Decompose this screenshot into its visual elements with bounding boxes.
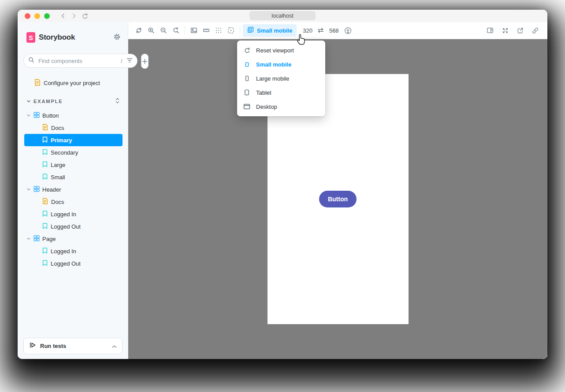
back-icon[interactable]	[59, 12, 67, 19]
sidebar-item-page[interactable]: Page	[18, 233, 128, 245]
chevron-up-icon[interactable]	[112, 342, 117, 350]
gear-icon[interactable]	[113, 33, 121, 42]
reset-viewport-icon	[243, 47, 250, 54]
sidebar-explorer: Configure your project EXAMPLE Button	[18, 69, 128, 333]
fullscreen-icon[interactable]	[499, 24, 511, 37]
brand-title: Storybook	[39, 33, 75, 42]
sidebar-item-header-loggedin[interactable]: Logged In	[18, 208, 128, 220]
menu-item-desktop[interactable]: Desktop	[237, 100, 325, 114]
search-icon	[28, 57, 34, 65]
preview-canvas: Button	[128, 39, 547, 359]
open-new-tab-icon[interactable]	[514, 24, 526, 37]
storybook-logo[interactable]: S Storybook	[26, 32, 113, 43]
sidebar-item-header-docs[interactable]: Docs	[18, 196, 128, 208]
sidebar: S Storybook /	[18, 22, 128, 359]
viewport-menu: Reset viewport Small mobile Large mobile…	[237, 41, 325, 116]
menu-item-small-mobile[interactable]: Small mobile	[237, 57, 325, 71]
chevron-down-icon[interactable]	[26, 186, 31, 193]
component-icon	[33, 235, 40, 243]
search-field[interactable]: /	[23, 54, 138, 68]
outline-icon[interactable]	[225, 24, 237, 37]
menu-item-reset-viewport[interactable]: Reset viewport	[237, 43, 325, 57]
menu-item-large-mobile[interactable]: Large mobile	[237, 71, 325, 85]
storybook-logo-icon: S	[26, 32, 35, 43]
document-icon	[42, 124, 48, 132]
viewport-selector-button[interactable]: Small mobile	[243, 24, 297, 37]
close-button[interactable]	[25, 13, 30, 19]
menu-item-tablet[interactable]: Tablet	[237, 85, 325, 100]
filter-icon[interactable]	[126, 57, 133, 65]
browser-window: localhost S Storybook /	[18, 10, 547, 359]
create-story-button[interactable]	[141, 54, 149, 69]
sidebar-item-page-loggedout[interactable]: Logged Out	[18, 257, 128, 270]
search-input[interactable]	[37, 57, 117, 65]
sidebar-item-button-secondary[interactable]: Secondary	[18, 146, 128, 159]
swap-dimensions-icon[interactable]	[316, 28, 326, 33]
titlebar: localhost	[18, 10, 547, 22]
bookmark-icon	[42, 248, 48, 255]
sidebar-item-button-small[interactable]: Small	[18, 171, 128, 183]
bookmark-icon	[42, 223, 48, 230]
zoom-reset-icon[interactable]	[170, 24, 182, 37]
refresh-icon[interactable]	[82, 13, 88, 19]
remount-icon[interactable]	[133, 24, 145, 37]
collapse-expand-icon[interactable]	[115, 97, 120, 105]
viewport-icon	[247, 26, 254, 34]
viewport-height-value[interactable]: 568	[329, 27, 339, 34]
sidebar-item-button-primary[interactable]: Primary	[24, 134, 123, 146]
measure-icon[interactable]	[200, 24, 212, 37]
forward-icon[interactable]	[71, 12, 78, 19]
component-icon	[33, 112, 40, 119]
background-icon[interactable]	[188, 24, 200, 37]
sidebar-item-button-docs[interactable]: Docs	[18, 122, 128, 134]
run-tests-button[interactable]: Run tests	[23, 338, 123, 354]
traffic-lights	[25, 13, 50, 19]
zoom-in-icon[interactable]	[145, 24, 157, 37]
address-bar[interactable]: localhost	[249, 11, 316, 20]
zoom-out-icon[interactable]	[157, 24, 170, 37]
component-icon	[33, 186, 40, 193]
viewport-width-value[interactable]: 320	[303, 27, 312, 34]
bookmark-icon	[42, 260, 48, 267]
document-icon	[42, 198, 48, 206]
panel-toggle-icon[interactable]	[484, 24, 496, 37]
section-label: EXAMPLE	[33, 99, 115, 104]
phone-large-icon	[243, 75, 250, 82]
sidebar-item-button-large[interactable]: Large	[18, 159, 128, 171]
sidebar-item-page-loggedin[interactable]: Logged In	[18, 245, 128, 257]
preview-pane: Small mobile 320 568 Button	[128, 22, 547, 359]
accessibility-icon[interactable]	[342, 24, 354, 37]
viewport-label: Small mobile	[257, 27, 292, 34]
bookmark-icon	[42, 174, 48, 181]
chevron-down-icon	[26, 98, 31, 105]
zoom-button[interactable]	[44, 13, 50, 19]
bookmark-icon	[42, 161, 48, 169]
sidebar-item-configure[interactable]: Configure your project	[18, 77, 128, 89]
minimize-button[interactable]	[34, 13, 40, 19]
sidebar-item-button[interactable]: Button	[18, 109, 128, 122]
desktop-icon	[243, 104, 250, 110]
document-icon	[34, 79, 41, 87]
search-shortcut: /	[120, 58, 123, 64]
chevron-down-icon[interactable]	[26, 112, 31, 119]
chevron-down-icon[interactable]	[26, 236, 31, 242]
tablet-icon	[243, 89, 250, 96]
canvas-toolbar: Small mobile 320 568	[128, 22, 547, 39]
phone-small-icon	[243, 61, 250, 68]
bookmark-icon	[42, 211, 48, 218]
sidebar-item-header-loggedout[interactable]: Logged Out	[18, 220, 128, 233]
bookmark-icon	[42, 137, 48, 144]
story-button[interactable]: Button	[319, 191, 357, 207]
bookmark-icon	[42, 149, 48, 156]
desktop-stage: localhost S Storybook /	[0, 0, 565, 392]
grid-icon[interactable]	[212, 24, 225, 37]
sidebar-item-header[interactable]: Header	[18, 183, 128, 196]
sidebar-section-example[interactable]: EXAMPLE	[18, 95, 128, 107]
play-all-icon	[29, 342, 36, 350]
link-icon[interactable]	[529, 24, 541, 37]
